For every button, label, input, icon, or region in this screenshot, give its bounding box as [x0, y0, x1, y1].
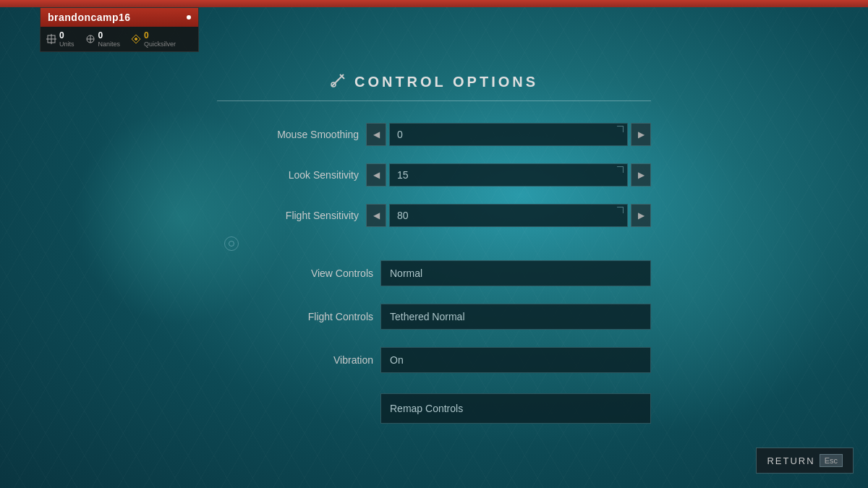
settings-section: Mouse Smoothing ◀ 0 ▶ Look Sensitivity ◀… [217, 123, 651, 424]
nanites-count: 0 [98, 30, 103, 40]
vibration-row: Vibration On [217, 347, 651, 373]
main-content: CONTROL OPTIONS Mouse Smoothing ◀ 0 ▶ Lo… [217, 72, 651, 424]
vibration-dropdown[interactable]: On [380, 347, 651, 373]
quicksilver-stat: 0 Quicksilver [131, 30, 176, 48]
flight-sensitivity-right-arrow[interactable]: ▶ [631, 204, 651, 227]
mouse-smoothing-row: Mouse Smoothing ◀ 0 ▶ [217, 123, 651, 146]
units-label: Units [59, 40, 75, 48]
nanites-group: 0 Nanites [98, 30, 121, 48]
remap-row: Remap Controls [217, 393, 651, 424]
remap-controls-button[interactable]: Remap Controls [380, 393, 651, 424]
look-sensitivity-right-arrow[interactable]: ▶ [631, 163, 651, 187]
flight-sensitivity-value-box: 80 [389, 204, 628, 227]
mouse-smoothing-value-box: 0 [389, 123, 628, 146]
look-sensitivity-slider: ◀ 15 ▶ [366, 163, 651, 187]
return-key: Esc [820, 454, 843, 467]
flight-sensitivity-left-arrow[interactable]: ◀ [366, 204, 386, 227]
flight-sensitivity-slider: ◀ 80 ▶ [366, 204, 651, 227]
nanites-icon [85, 34, 95, 44]
header-bar [0, 0, 868, 7]
flight-sensitivity-label: Flight Sensitivity [250, 210, 359, 221]
look-sensitivity-value: 15 [397, 169, 409, 181]
remap-label: Remap Controls [390, 403, 463, 414]
look-sensitivity-label: Look Sensitivity [250, 169, 359, 181]
view-controls-dropdown[interactable]: Normal [380, 260, 651, 286]
nanites-stat: 0 Nanites [85, 30, 121, 48]
units-stat: 0 Units [46, 30, 75, 48]
svg-point-7 [135, 38, 137, 40]
player-name-row: brandoncamp16 [41, 8, 198, 27]
flight-controls-row: Flight Controls Tethered Normal [217, 304, 651, 330]
quicksilver-count: 0 [144, 30, 149, 40]
flight-controls-dropdown[interactable]: Tethered Normal [380, 304, 651, 330]
divider-circle-inner [229, 241, 234, 247]
view-controls-row: View Controls Normal [217, 260, 651, 286]
wrench-icon [330, 72, 346, 92]
quicksilver-icon [131, 34, 141, 44]
mouse-smoothing-right-arrow[interactable]: ▶ [631, 123, 651, 146]
quicksilver-group: 0 Quicksilver [144, 30, 176, 48]
player-panel: brandoncamp16 0 Units [40, 7, 199, 52]
flight-sensitivity-value: 80 [397, 210, 409, 221]
player-stats: 0 Units 0 Nanites [41, 27, 198, 51]
mouse-smoothing-left-arrow[interactable]: ◀ [366, 123, 386, 146]
page-title: CONTROL OPTIONS [354, 74, 538, 90]
look-sensitivity-row: Look Sensitivity ◀ 15 ▶ [217, 163, 651, 187]
player-name: brandoncamp16 [48, 12, 131, 23]
vibration-value: On [390, 354, 404, 366]
title-row: CONTROL OPTIONS [217, 72, 651, 101]
flight-controls-value: Tethered Normal [390, 311, 465, 322]
nanites-label: Nanites [98, 40, 121, 48]
return-button[interactable]: RETURN Esc [756, 448, 854, 474]
vibration-label: Vibration [265, 354, 373, 366]
mouse-smoothing-label: Mouse Smoothing [250, 129, 359, 140]
quicksilver-label: Quicksilver [144, 40, 176, 48]
divider-circle [224, 236, 239, 251]
units-count: 0 [59, 30, 64, 40]
mouse-smoothing-slider: ◀ 0 ▶ [366, 123, 651, 146]
look-sensitivity-value-box: 15 [389, 163, 628, 187]
view-controls-value: Normal [390, 267, 422, 279]
mouse-smoothing-value: 0 [397, 129, 403, 140]
return-label: RETURN [767, 455, 814, 466]
look-sensitivity-left-arrow[interactable]: ◀ [366, 163, 386, 187]
units-icon [46, 34, 56, 44]
flight-sensitivity-row: Flight Sensitivity ◀ 80 ▶ [217, 204, 651, 227]
flight-controls-label: Flight Controls [265, 311, 373, 322]
view-controls-label: View Controls [265, 267, 373, 279]
player-online-dot [187, 15, 191, 20]
units-group: 0 Units [59, 30, 75, 48]
